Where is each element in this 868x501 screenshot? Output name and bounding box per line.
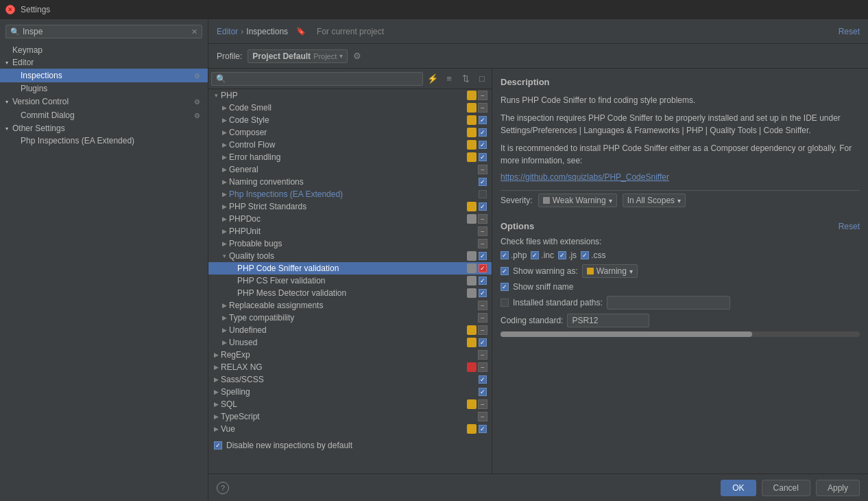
chk-spell[interactable]: ✓ <box>479 388 487 396</box>
minus-btn-tc[interactable]: − <box>478 313 487 323</box>
minus-btn-cs[interactable]: − <box>478 103 487 113</box>
insp-check-unused[interactable]: ✓ <box>478 338 487 347</box>
insp-check-cst[interactable]: ✓ <box>478 115 487 125</box>
insp-item-probable-bugs[interactable]: ▶ Probable bugs − <box>208 237 492 250</box>
sidebar-item-version-control[interactable]: ▾ Version Control ⚙ <box>0 95 208 108</box>
filter-icon[interactable]: ⚡ <box>426 72 439 86</box>
installed-paths-input[interactable] <box>607 296 730 310</box>
sidebar-search-input[interactable] <box>23 27 189 36</box>
insp-item-regexp[interactable]: ▶ RegExp − <box>208 349 492 361</box>
ext-php-checkbox[interactable] <box>501 251 509 259</box>
insp-item-php[interactable]: ▾ PHP − <box>208 89 492 102</box>
insp-item-php-mess[interactable]: PHP Mess Detector validation ✓ <box>208 287 492 299</box>
ok-button[interactable]: OK <box>721 480 756 496</box>
insp-item-naming[interactable]: ▶ Naming conventions ✓ <box>208 176 492 188</box>
severity-select[interactable]: Weak Warning ▾ <box>538 194 617 207</box>
insp-check-phpcsf[interactable]: ✓ <box>478 276 487 286</box>
insp-check-strict[interactable]: ✓ <box>478 202 487 211</box>
sidebar-item-other-settings[interactable]: ▾ Other Settings <box>0 122 208 135</box>
options-icon[interactable]: □ <box>475 72 489 86</box>
collapse-icon[interactable]: ⇅ <box>459 72 472 86</box>
chk-unused[interactable]: ✓ <box>479 338 487 347</box>
insp-check-phpdoc[interactable]: − <box>478 214 487 224</box>
minus-btn-regexp[interactable]: − <box>478 350 487 360</box>
minus-btn-phpunit[interactable]: − <box>478 226 487 236</box>
header-reset-button[interactable]: Reset <box>839 27 860 36</box>
insp-check-phpmd[interactable]: ✓ <box>478 288 487 298</box>
sidebar-item-commit-dialog[interactable]: Commit Dialog ⚙ <box>0 108 208 122</box>
breadcrumb-editor[interactable]: Editor <box>217 27 238 36</box>
insp-check-qt[interactable]: ✓ <box>478 251 487 261</box>
vc-action[interactable]: ⚙ <box>191 96 202 107</box>
insp-item-phpdoc[interactable]: ▶ PHPDoc − <box>208 213 492 225</box>
chk-phpcsf[interactable]: ✓ <box>479 277 487 285</box>
scrollbar-thumb[interactable] <box>501 331 752 337</box>
insp-item-typescript[interactable]: ▶ TypeScript − <box>208 410 492 423</box>
insp-check-ts[interactable]: − <box>478 412 487 421</box>
profile-select[interactable]: Project Default Project ▾ <box>248 49 348 63</box>
sidebar-item-editor[interactable]: ▾ Editor <box>0 56 208 69</box>
insp-item-phpunit[interactable]: ▶ PHPUnit − <box>208 225 492 237</box>
insp-item-relax-ng[interactable]: ▶ RELAX NG − <box>208 361 492 373</box>
insp-check-nc[interactable]: ✓ <box>478 177 487 187</box>
insp-item-general[interactable]: ▶ General − <box>208 163 492 176</box>
coding-standard-input[interactable] <box>567 314 649 327</box>
insp-item-strict[interactable]: ▶ PHP Strict Standards ✓ <box>208 200 492 213</box>
insp-check-phpcs[interactable]: ✓ <box>478 264 487 273</box>
cancel-button[interactable]: Cancel <box>762 480 810 496</box>
insp-item-undefined[interactable]: ▶ Undefined − <box>208 324 492 336</box>
insp-check-sass[interactable]: ✓ <box>478 375 487 384</box>
insp-search-input[interactable] <box>211 72 423 86</box>
scope-select[interactable]: In All Scopes ▾ <box>623 194 686 207</box>
insp-item-error-handling[interactable]: ▶ Error handling ✓ <box>208 151 492 163</box>
cd-action[interactable]: ⚙ <box>191 110 202 121</box>
warning-select[interactable]: Warning ▾ <box>582 264 638 278</box>
ext-js-checkbox[interactable] <box>558 251 566 259</box>
minus-btn-php[interactable]: − <box>478 91 487 100</box>
chk-phpea[interactable] <box>479 190 487 198</box>
minus-btn-relax[interactable]: − <box>478 362 487 372</box>
sidebar-item-inspections[interactable]: Inspections ⚙ <box>0 69 208 82</box>
insp-item-vue[interactable]: ▶ Vue ✓ <box>208 423 492 435</box>
insp-check-tc[interactable]: − <box>478 313 487 323</box>
insp-check-relax[interactable]: − <box>478 362 487 372</box>
disable-new-inspections-checkbox[interactable] <box>214 441 222 450</box>
minus-btn-undef[interactable]: − <box>478 325 487 335</box>
insp-check-phpea[interactable] <box>478 189 487 199</box>
github-link[interactable]: https://github.com/squizlabs/PHP_CodeSni… <box>501 172 860 182</box>
insp-item-quality-tools[interactable]: ▾ Quality tools ✓ <box>208 250 492 262</box>
insp-item-type-compat[interactable]: ▶ Type compatibility − <box>208 312 492 324</box>
insp-item-control-flow[interactable]: ▶ Control Flow ✓ <box>208 139 492 151</box>
chk-vue[interactable]: ✓ <box>479 425 487 433</box>
insp-item-php-ea[interactable]: ▶ Php Inspections (EA Extended) <box>208 188 492 200</box>
insp-item-code-style[interactable]: ▶ Code Style ✓ <box>208 114 492 126</box>
insp-check-regexp[interactable]: − <box>478 350 487 360</box>
insp-item-sql[interactable]: ▶ SQL − <box>208 398 492 410</box>
minus-btn-pb[interactable]: − <box>478 239 487 248</box>
show-warning-checkbox[interactable] <box>501 267 509 275</box>
insp-item-replaceable[interactable]: ▶ Replaceable assignments − <box>208 299 492 312</box>
insp-check-cs[interactable]: − <box>478 103 487 113</box>
minus-btn-ts[interactable]: − <box>478 412 487 421</box>
close-button[interactable]: ✕ <box>5 5 15 14</box>
options-reset-btn[interactable]: Reset <box>839 222 860 231</box>
insp-check-vue[interactable]: ✓ <box>478 424 487 434</box>
insp-check-gen[interactable]: − <box>478 165 487 174</box>
sidebar-item-keymap[interactable]: Keymap <box>0 44 208 56</box>
insp-check-undef[interactable]: − <box>478 325 487 335</box>
chk-strict[interactable]: ✓ <box>479 202 487 211</box>
sidebar-item-plugins[interactable]: Plugins <box>0 82 208 95</box>
search-clear-icon[interactable]: ✕ <box>191 27 197 36</box>
insp-check-phpunit[interactable]: − <box>478 226 487 236</box>
insp-check-php[interactable]: − <box>478 91 487 100</box>
minus-btn-ra[interactable]: − <box>478 301 487 310</box>
chk-sass[interactable]: ✓ <box>479 375 487 384</box>
show-sniff-checkbox[interactable] <box>501 283 509 291</box>
chk-comp[interactable]: ✓ <box>479 128 487 137</box>
profile-gear-icon[interactable]: ⚙ <box>353 51 361 61</box>
insp-item-sass[interactable]: ▶ Sass/SCSS ✓ <box>208 373 492 386</box>
insp-check-comp[interactable]: ✓ <box>478 128 487 137</box>
insp-check-eh[interactable]: ✓ <box>478 152 487 162</box>
insp-item-spelling[interactable]: ▶ Spelling ✓ <box>208 386 492 398</box>
apply-button[interactable]: Apply <box>816 480 860 496</box>
